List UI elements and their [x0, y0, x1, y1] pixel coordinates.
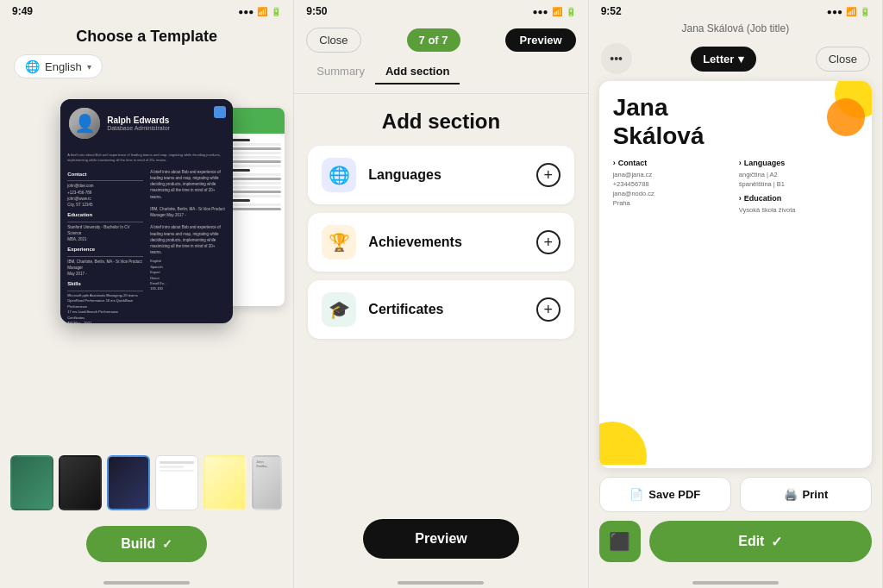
page-title: Choose a Template: [76, 28, 217, 46]
preview-wrap: Preview: [294, 502, 587, 576]
battery-icon: 🔋: [271, 7, 281, 16]
status-icons-3: ●●● 📶 🔋: [827, 7, 870, 16]
section-item-certificates[interactable]: 🎓 Certificates +: [308, 280, 573, 339]
preview-button-top[interactable]: Preview: [505, 28, 575, 52]
edit-check-icon: ✓: [771, 534, 782, 550]
save-pdf-button[interactable]: 📄 Save PDF: [599, 477, 731, 512]
panel-choose-template: 9:49 ●●● 📶 🔋 Choose a Template 🌐 English…: [0, 0, 294, 588]
bottom-row: ⬛ Edit ✓: [589, 517, 882, 576]
education-title: Education: [739, 194, 858, 203]
top-nav: Close 7 of 7 Preview: [294, 21, 587, 59]
close-button[interactable]: Close: [306, 28, 360, 53]
check-icon: ✓: [162, 537, 172, 551]
thumb-selected[interactable]: [107, 455, 150, 510]
languages-section: Languages angičtina | A2španělština | B1…: [739, 159, 858, 216]
achievements-label: Achievements: [368, 235, 523, 250]
resume-card-main[interactable]: Ralph Edwards Database Administrator A b…: [60, 99, 233, 323]
language-selector[interactable]: 🌐 English ▾: [14, 54, 103, 78]
time-2: 9:50: [306, 5, 327, 17]
panel-resume-preview: 9:52 ●●● 📶 🔋 Jana Skálová (Job title) ••…: [589, 0, 883, 588]
resume-preview-inner: Jana Skálová Contact jana@jana.cz+234456…: [599, 81, 872, 468]
status-bar-1: 9:49 ●●● 📶 🔋: [0, 0, 293, 21]
edit-label: Edit: [738, 534, 764, 549]
letter-button[interactable]: Letter ▾: [691, 47, 756, 72]
add-languages-button[interactable]: +: [536, 163, 560, 187]
contact-title: Contact: [613, 159, 732, 167]
certificates-label: Certificates: [368, 302, 523, 317]
edit-button[interactable]: Edit ✓: [649, 521, 872, 562]
contact-section: Contact jana@jana.cz+234456788jana@nodo.…: [613, 159, 732, 216]
pdf-icon: 📄: [629, 488, 643, 501]
print-icon: 🖨️: [784, 488, 798, 501]
language-label: English: [45, 60, 82, 73]
time-1: 9:49: [12, 5, 33, 17]
battery-icon-2: 🔋: [566, 7, 576, 16]
card-subtitle: Database Administrator: [107, 125, 170, 131]
pages-button[interactable]: ⬛: [599, 521, 641, 562]
time-3: 9:52: [601, 5, 622, 17]
thumb-dark[interactable]: [59, 455, 102, 510]
first-name: Jana: [613, 94, 668, 121]
template-card-area: Ralph Edwards Database Administrator A b…: [0, 91, 293, 447]
svg-point-1: [827, 98, 865, 136]
step-counter: 7 of 7: [407, 28, 460, 52]
dots-button[interactable]: •••: [601, 43, 632, 74]
thumb-green[interactable]: [10, 455, 53, 510]
print-button[interactable]: 🖨️ Print: [740, 477, 872, 512]
achievements-icon: 🏆: [322, 225, 356, 260]
section-item-languages[interactable]: 🌐 Languages +: [308, 146, 573, 204]
wifi-icon: 📶: [257, 7, 267, 16]
resume-details-grid: Contact jana@jana.cz+234456788jana@nodo.…: [613, 159, 858, 216]
languages-icon: 🌐: [322, 158, 356, 192]
section-item-achievements[interactable]: 🏆 Achievements +: [308, 213, 573, 272]
pages-icon: ⬛: [609, 531, 630, 552]
status-bar-3: 9:52 ●●● 📶 🔋: [589, 0, 882, 21]
add-certificates-button[interactable]: +: [536, 297, 560, 322]
tab-summary[interactable]: Summary: [306, 59, 375, 84]
save-pdf-label: Save PDF: [648, 488, 700, 501]
chevron-down-icon: ▾: [87, 62, 91, 72]
home-indicator-1: [0, 576, 293, 588]
profile-title: Jana Skálová (Job title): [589, 21, 882, 40]
preview-button-bottom[interactable]: Preview: [363, 519, 518, 559]
template-thumbnails: JohnSmiths...: [0, 447, 293, 519]
resume-preview-card: Jana Skálová Contact jana@jana.cz+234456…: [599, 81, 872, 468]
panel-add-section: 9:50 ●●● 📶 🔋 Close 7 of 7 Preview Summar…: [294, 0, 588, 588]
top-area: Choose a Template 🌐 English ▾: [0, 21, 293, 91]
build-button[interactable]: Build ✓: [86, 526, 207, 562]
avatar-img: [69, 108, 100, 139]
add-achievements-button[interactable]: +: [536, 230, 560, 254]
wifi-icon-3: 📶: [846, 7, 856, 16]
card-name: Ralph Edwards: [107, 116, 170, 125]
action-row: 📄 Save PDF 🖨️ Print: [589, 468, 882, 517]
home-indicator-2: [294, 576, 587, 588]
wifi-icon-2: 📶: [552, 7, 562, 16]
last-name: Skálová: [613, 122, 705, 149]
close-button-p3[interactable]: Close: [816, 47, 870, 72]
status-bar-2: 9:50 ●●● 📶 🔋: [294, 0, 587, 21]
battery-icon-3: 🔋: [860, 7, 870, 16]
thumb-partial[interactable]: JohnSmiths...: [252, 455, 282, 510]
deco-bottom-left: [599, 404, 668, 468]
globe-icon: 🌐: [25, 59, 40, 73]
chevron-icon-letter: ▾: [738, 53, 744, 66]
card-name-block: Ralph Edwards Database Administrator: [107, 116, 170, 131]
education-lines: Vysoká škola života: [739, 205, 858, 215]
languages-label: Languages: [368, 167, 523, 183]
deco-top-right: [803, 81, 872, 162]
status-icons-2: ●●● 📶 🔋: [533, 7, 576, 16]
svg-point-2: [599, 422, 647, 465]
thumb-yellow[interactable]: [204, 455, 247, 510]
contact-lines: jana@jana.cz+234456788jana@nodo.czPraha: [613, 170, 732, 209]
thumb-white[interactable]: [155, 455, 198, 510]
section-list: 🌐 Languages + 🏆 Achievements + 🎓 Certifi…: [294, 146, 587, 339]
avatar: [69, 108, 100, 139]
tab-add-section[interactable]: Add section: [375, 59, 460, 84]
tab-row: Summary Add section: [294, 59, 587, 94]
signal-icon-3: ●●●: [827, 7, 842, 16]
signal-icon-2: ●●●: [533, 7, 548, 16]
home-indicator-3: [589, 576, 882, 588]
blue-badge: [214, 106, 226, 118]
signal-icon: ●●●: [238, 7, 254, 16]
print-label: Print: [803, 488, 829, 501]
